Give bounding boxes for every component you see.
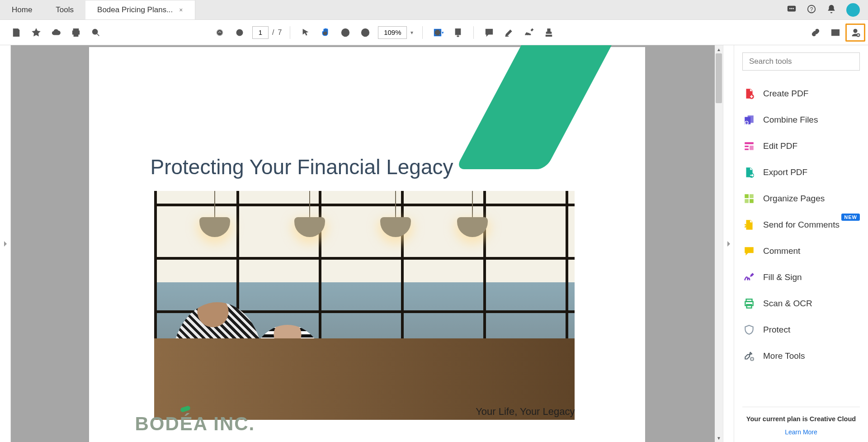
highlight-icon[interactable] — [499, 24, 519, 42]
scroll-thumb[interactable] — [716, 53, 722, 103]
signature-icon[interactable] — [519, 24, 539, 42]
more-tools-icon — [742, 349, 756, 363]
tool-organize[interactable]: Organize Pages — [742, 185, 860, 212]
bell-icon[interactable] — [826, 4, 836, 16]
svg-point-2 — [791, 8, 793, 9]
tool-edit-pdf[interactable]: Edit PDF — [742, 133, 860, 159]
fill-sign-icon — [742, 271, 756, 284]
photo-person — [249, 325, 326, 420]
svg-rect-26 — [750, 146, 754, 150]
combine-icon — [742, 113, 756, 127]
tool-export-pdf[interactable]: Export PDF — [742, 159, 860, 185]
print-button[interactable] — [66, 24, 86, 42]
tool-comment[interactable]: Comment — [742, 238, 860, 264]
find-button[interactable] — [86, 24, 106, 42]
search-tools-input[interactable] — [742, 52, 860, 71]
page-down-button[interactable] — [230, 24, 250, 42]
plan-text: Your current plan is Creative Cloud — [742, 414, 860, 424]
link-share-icon[interactable] — [806, 24, 826, 42]
share-people-button[interactable] — [845, 24, 865, 42]
svg-rect-9 — [74, 33, 78, 36]
titlebar-icons: ? — [778, 0, 868, 19]
tool-send-comments[interactable]: Send for CommentsNEW — [742, 212, 860, 238]
right-panel-toggle[interactable] — [723, 45, 734, 442]
scan-ocr-icon — [742, 297, 756, 310]
stamp-icon[interactable] — [539, 24, 559, 42]
organize-icon — [742, 192, 756, 205]
photo-mug — [294, 345, 303, 356]
svg-rect-30 — [745, 199, 749, 203]
svg-rect-25 — [745, 148, 749, 150]
new-badge: NEW — [841, 214, 860, 221]
tool-label: Create PDF — [763, 89, 808, 99]
svg-point-1 — [789, 8, 791, 9]
zoom-input[interactable] — [378, 26, 407, 39]
hand-tool-icon[interactable] — [316, 24, 335, 42]
tool-label: Combine Files — [763, 115, 818, 125]
svg-rect-23 — [745, 142, 754, 144]
scroll-down-icon[interactable]: ▼ — [715, 434, 723, 442]
pdf-page: Protecting Your Financial Legacy BODÉA I… — [89, 47, 645, 442]
fit-page-button[interactable]: ▾ — [428, 24, 448, 42]
tool-create-pdf[interactable]: Create PDF — [742, 81, 860, 107]
tool-fill-sign[interactable]: Fill & Sign — [742, 264, 860, 290]
document-tagline: Your Life, Your Legacy — [476, 406, 575, 418]
svg-point-3 — [793, 8, 794, 9]
tab-document[interactable]: Bodea Pricing Plans... × — [85, 0, 195, 19]
save-button[interactable] — [6, 24, 26, 42]
svg-rect-28 — [745, 194, 749, 198]
document-photo — [154, 191, 575, 420]
svg-rect-6 — [14, 33, 18, 35]
page-total: 7 — [277, 29, 284, 37]
tab-close-icon[interactable]: × — [179, 6, 183, 14]
page-width-button[interactable] — [448, 24, 468, 42]
tool-label: Organize Pages — [763, 194, 825, 204]
tool-protect[interactable]: Protect — [742, 317, 860, 343]
page-separator: / — [271, 29, 277, 37]
tool-label: Scan & OCR — [763, 299, 812, 309]
main-area: Protecting Your Financial Legacy BODÉA I… — [0, 45, 868, 442]
tool-label: Send for Comments — [763, 220, 840, 230]
photo-person — [172, 302, 263, 420]
tab-tools[interactable]: Tools — [44, 0, 85, 19]
svg-rect-29 — [750, 194, 754, 198]
zoom-dropdown-icon[interactable]: ▾ — [407, 29, 417, 36]
add-comment-icon[interactable] — [479, 24, 499, 42]
tool-label: Fill & Sign — [763, 272, 802, 282]
viewer-scrollbar[interactable]: ▲ ▼ — [715, 45, 723, 442]
protect-icon — [742, 323, 756, 337]
tool-label: Export PDF — [763, 167, 807, 177]
zoom-out-button[interactable] — [335, 24, 355, 42]
tool-label: Protect — [763, 325, 790, 335]
tool-scan-ocr[interactable]: Scan & OCR — [742, 290, 860, 317]
export-pdf-icon — [742, 166, 756, 179]
learn-more-link[interactable]: Learn More — [742, 428, 860, 436]
star-button[interactable] — [26, 24, 46, 42]
page-up-button[interactable] — [210, 24, 230, 42]
tool-label: More Tools — [763, 351, 805, 361]
tool-list: Create PDFCombine FilesEdit PDFExport PD… — [742, 81, 860, 401]
send-comments-icon — [742, 218, 756, 232]
selection-tool-icon[interactable] — [296, 24, 316, 42]
email-icon[interactable] — [826, 24, 845, 42]
svg-rect-24 — [745, 146, 749, 147]
account-avatar[interactable] — [846, 3, 860, 17]
left-panel-toggle[interactable] — [0, 45, 11, 442]
tool-combine[interactable]: Combine Files — [742, 107, 860, 133]
tools-panel: Create PDFCombine FilesEdit PDFExport PD… — [734, 45, 868, 442]
tool-label: Edit PDF — [763, 141, 797, 151]
comment-icon — [742, 244, 756, 258]
svg-rect-31 — [750, 199, 754, 203]
message-icon[interactable] — [787, 4, 797, 16]
tool-more-tools[interactable]: More Tools — [742, 343, 860, 369]
tab-bar: Home Tools Bodea Pricing Plans... × ? — [0, 0, 868, 20]
help-icon[interactable]: ? — [807, 4, 816, 16]
cloud-upload-icon[interactable] — [46, 24, 66, 42]
tab-home[interactable]: Home — [0, 0, 44, 19]
document-viewer[interactable]: Protecting Your Financial Legacy BODÉA I… — [11, 45, 723, 442]
document-heading: Protecting Your Financial Legacy — [151, 155, 453, 179]
svg-point-10 — [93, 29, 98, 34]
page-number-input[interactable] — [252, 26, 269, 39]
scroll-up-icon[interactable]: ▲ — [715, 45, 723, 53]
zoom-in-button[interactable] — [355, 24, 375, 42]
